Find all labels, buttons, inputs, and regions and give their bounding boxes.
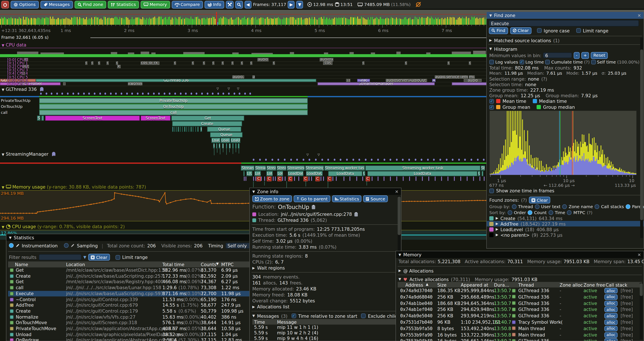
goto-frame-button[interactable]: ▼	[296, 1, 303, 8]
increase-bin-button[interactable]: +	[581, 52, 589, 59]
zone[interactable]: Streaming	[287, 165, 305, 171]
sample-dot[interactable]	[131, 93, 133, 95]
self-time-checkbox[interactable]	[591, 60, 596, 64]
zone[interactable]: |-	[222, 143, 224, 148]
sample-dot[interactable]	[153, 93, 154, 95]
zone[interactable]	[232, 143, 234, 148]
clear-filter-button[interactable]: Clear	[88, 254, 110, 261]
sample-dot[interactable]	[169, 93, 171, 95]
zone[interactable]	[190, 127, 192, 132]
crash-indicator-icon[interactable]	[416, 2, 421, 7]
zone[interactable]: audio.service (effect)	[435, 75, 468, 79]
sample-dot[interactable]	[327, 159, 329, 161]
mag-button[interactable]	[235, 1, 243, 8]
next-frame-button[interactable]: ▶	[288, 1, 294, 8]
sample-dot[interactable]	[346, 159, 348, 161]
zone[interactable]: c	[212, 61, 214, 65]
zone[interactable]: C	[304, 177, 308, 181]
limit-range-checkbox[interactable]	[576, 28, 581, 33]
memory-scrollbar[interactable]	[640, 283, 643, 339]
sample-dot[interactable]	[390, 159, 391, 161]
zone[interactable]	[178, 127, 179, 132]
sample-dot[interactable]	[110, 93, 112, 95]
sample-dot[interactable]	[142, 93, 144, 95]
sampling-label[interactable]: Sampling	[77, 243, 98, 248]
allocations-list-toggle[interactable]: ▶Allocations list	[250, 304, 401, 310]
sample-dot[interactable]	[396, 159, 398, 161]
zone[interactable]: ScreenText	[45, 116, 140, 121]
group-by-thread-label[interactable]: Thread	[518, 204, 533, 209]
zone[interactable]: C	[288, 177, 292, 181]
find-zone-histogram[interactable]	[489, 111, 637, 175]
zone-info-titlebar[interactable]: ▼Zone info✕	[250, 188, 401, 195]
zone[interactable]: ScreenText	[141, 116, 170, 121]
zone[interactable]: LoadData	[368, 171, 477, 176]
zone[interactable]: c	[448, 61, 450, 65]
sample-dot[interactable]	[278, 159, 280, 161]
instrumentation-label[interactable]: Instrumentation	[22, 243, 58, 248]
zone[interactable]: StreamingManager	[318, 82, 435, 85]
zone[interactable]	[186, 127, 187, 132]
zone[interactable]: Trac	[357, 79, 370, 82]
sample-dot[interactable]	[126, 93, 128, 95]
decrease-bin-button[interactable]: -	[574, 52, 580, 59]
sample-dot[interactable]	[228, 93, 230, 95]
sample-dot[interactable]	[284, 159, 286, 161]
alloc-callstack-button[interactable]: alloc	[604, 332, 618, 337]
limit-range-label[interactable]: Limit range	[122, 255, 148, 260]
zone[interactable]: LoadDaU	[288, 171, 304, 176]
log-time-checkbox[interactable]: ✓	[519, 60, 524, 64]
zone[interactable]	[243, 171, 245, 176]
table-row[interactable]: 0x7553b9fa508 bytes153,492,240ns13:50.8M…	[398, 325, 642, 332]
find-zone-query-input[interactable]: Execute	[489, 20, 639, 27]
sort-by-count-radio[interactable]	[528, 210, 532, 215]
min-bin-input[interactable]: 6	[543, 53, 572, 58]
close-icon[interactable]: ✕	[638, 13, 641, 18]
table-row[interactable]: 0x74a9d37040186.35 KB295,999,844ns13:50.…	[398, 287, 642, 294]
zone[interactable]: LoU	[266, 171, 273, 176]
group-by-user-text-label[interactable]: User text	[541, 204, 560, 209]
clipboard-icon[interactable]	[311, 204, 315, 209]
zone[interactable]	[41, 116, 44, 121]
sample-dot[interactable]	[414, 159, 416, 161]
sample-dot[interactable]	[78, 93, 79, 95]
zone[interactable]: a	[252, 75, 255, 79]
log-values-checkbox[interactable]	[489, 60, 494, 64]
zone[interactable]	[188, 127, 189, 132]
found-zone-row[interactable]: ▶<no parent>(9)225.73 µs	[487, 232, 644, 238]
sample-dot[interactable]	[340, 159, 342, 161]
zone[interactable]: kworker/	[128, 82, 142, 85]
zone[interactable]: c	[250, 61, 252, 65]
sample-dot[interactable]	[223, 93, 224, 95]
zone[interactable]: cds_ol_rx_thr	[141, 61, 160, 65]
sample-dot[interactable]	[174, 93, 176, 95]
allocations-toggle[interactable]: ▶@ Allocations	[396, 268, 644, 273]
sample-dot[interactable]	[115, 93, 117, 95]
histogram-toggle[interactable]: ▼Histogram	[487, 46, 644, 52]
sample-dot[interactable]	[470, 159, 472, 161]
sample-dot[interactable]	[352, 159, 354, 161]
sample-dot[interactable]	[180, 93, 181, 95]
prev-frame-button[interactable]: ◀	[245, 1, 251, 8]
group-by-user-text-radio[interactable]	[535, 204, 539, 209]
zone[interactable]: Strea	[276, 165, 286, 171]
sample-dot[interactable]	[67, 93, 68, 95]
zone[interactable]: c	[222, 61, 224, 65]
zone[interactable]: c	[362, 61, 364, 65]
show-zone-time-checkbox[interactable]	[489, 188, 494, 193]
zone[interactable]	[63, 82, 66, 85]
sample-dot[interactable]	[217, 93, 219, 95]
zone[interactable]	[195, 127, 196, 132]
sample-dot[interactable]	[377, 159, 379, 161]
zone[interactable]: c	[405, 61, 407, 65]
zone[interactable]: Queue	[210, 132, 242, 137]
limit-range-checkbox[interactable]	[115, 255, 120, 259]
zone[interactable]: GLThread 336	[36, 79, 316, 82]
zone[interactable]: LoaUp	[230, 138, 240, 143]
sample-dot[interactable]	[99, 93, 101, 95]
funnel-icon[interactable]: ▼	[83, 255, 86, 259]
group-by-thread-radio[interactable]	[512, 204, 516, 209]
active-allocations-toggle[interactable]: ▼♥ Active allocations(70,311) Memory usa…	[396, 276, 644, 282]
sample-dot[interactable]	[62, 93, 63, 95]
zone[interactable]: LoaUp	[221, 138, 230, 143]
